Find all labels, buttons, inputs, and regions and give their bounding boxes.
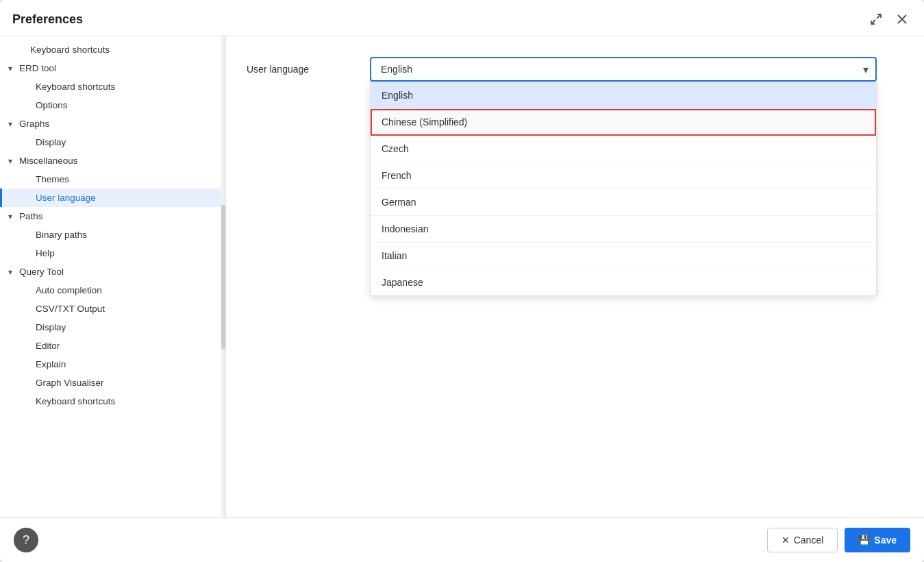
sidebar-item-graph-visualiser[interactable]: Graph Visualiser bbox=[0, 374, 225, 392]
dialog-header: Preferences bbox=[0, 0, 924, 36]
sidebar-item-erd-options[interactable]: Options bbox=[0, 96, 225, 114]
sidebar-item-graphs[interactable]: ▾ Graphs bbox=[0, 114, 225, 133]
cancel-icon: ✕ bbox=[782, 535, 790, 546]
svg-line-1 bbox=[871, 20, 875, 24]
sidebar-item-help[interactable]: Help bbox=[0, 244, 225, 262]
dropdown-option-french[interactable]: French bbox=[371, 162, 876, 189]
dropdown-option-german[interactable]: German bbox=[371, 189, 876, 216]
save-button[interactable]: 💾 Save bbox=[845, 528, 910, 552]
sidebar-item-paths[interactable]: ▾ Paths bbox=[0, 207, 225, 225]
cancel-button[interactable]: ✕ Cancel bbox=[767, 528, 838, 552]
sidebar-scrollbar-thumb bbox=[221, 205, 225, 350]
dropdown-option-czech[interactable]: Czech bbox=[371, 136, 876, 162]
sidebar-item-query-tool[interactable]: ▾ Query Tool bbox=[0, 262, 225, 281]
help-button[interactable]: ? bbox=[14, 528, 38, 552]
main-content: User language English ▾ EnglishChinese (… bbox=[226, 36, 924, 517]
sidebar-item-explain[interactable]: Explain bbox=[0, 355, 225, 374]
dropdown-option-english[interactable]: English bbox=[371, 82, 876, 109]
dropdown-option-italian[interactable]: Italian bbox=[371, 243, 876, 269]
sidebar-item-editor[interactable]: Editor bbox=[0, 337, 225, 355]
chevron-down-icon: ▾ bbox=[8, 267, 19, 277]
sidebar-item-csv-txt[interactable]: CSV/TXT Output bbox=[0, 300, 225, 318]
dropdown-option-japanese[interactable]: Japanese bbox=[371, 269, 876, 295]
sidebar: Keyboard shortcuts ▾ ERD tool Keyboard s… bbox=[0, 36, 226, 517]
dropdown-option-chinese-simplified[interactable]: Chinese (Simplified) bbox=[371, 109, 876, 136]
sidebar-item-qt-display[interactable]: Display bbox=[0, 318, 225, 337]
dialog-title: Preferences bbox=[12, 12, 83, 27]
sidebar-item-themes[interactable]: Themes bbox=[0, 170, 225, 188]
preferences-dialog: Preferences Keybo bbox=[0, 0, 924, 562]
chevron-down-icon: ▾ bbox=[8, 212, 19, 221]
save-icon: 💾 bbox=[858, 535, 870, 546]
user-language-field-row: User language English ▾ EnglishChinese (… bbox=[247, 57, 903, 82]
language-dropdown: EnglishChinese (Simplified)CzechFrenchGe… bbox=[370, 82, 877, 296]
user-language-label: User language bbox=[247, 64, 370, 75]
sidebar-item-miscellaneous[interactable]: ▾ Miscellaneous bbox=[0, 151, 225, 170]
sidebar-item-user-language[interactable]: User language bbox=[0, 188, 225, 207]
chevron-down-icon: ▾ bbox=[8, 64, 19, 73]
cancel-label: Cancel bbox=[794, 535, 824, 546]
header-actions bbox=[866, 10, 912, 29]
chevron-down-icon: ▾ bbox=[8, 156, 19, 166]
dialog-footer: ? ✕ Cancel 💾 Save bbox=[0, 517, 924, 562]
sidebar-item-qt-keyboard-shortcuts[interactable]: Keyboard shortcuts bbox=[0, 392, 225, 411]
sidebar-item-erd-tool[interactable]: ▾ ERD tool bbox=[0, 59, 225, 77]
footer-actions: ✕ Cancel 💾 Save bbox=[767, 528, 910, 552]
language-select[interactable]: English bbox=[370, 57, 877, 82]
sidebar-scrollbar[interactable] bbox=[221, 36, 225, 517]
maximize-button[interactable] bbox=[866, 10, 886, 29]
close-button[interactable] bbox=[892, 10, 912, 29]
sidebar-item-auto-completion[interactable]: Auto completion bbox=[0, 281, 225, 300]
sidebar-item-erd-keyboard-shortcuts[interactable]: Keyboard shortcuts bbox=[0, 77, 225, 96]
save-label: Save bbox=[874, 535, 897, 546]
language-select-wrapper: English ▾ EnglishChinese (Simplified)Cze… bbox=[370, 57, 877, 82]
dropdown-option-indonesian[interactable]: Indonesian bbox=[371, 216, 876, 243]
sidebar-item-binary-paths[interactable]: Binary paths bbox=[0, 225, 225, 244]
sidebar-item-graphs-display[interactable]: Display bbox=[0, 133, 225, 151]
dialog-body: Keyboard shortcuts ▾ ERD tool Keyboard s… bbox=[0, 36, 924, 517]
chevron-down-icon: ▾ bbox=[8, 119, 19, 129]
sidebar-item-top-keyboard-shortcuts[interactable]: Keyboard shortcuts bbox=[0, 40, 225, 59]
